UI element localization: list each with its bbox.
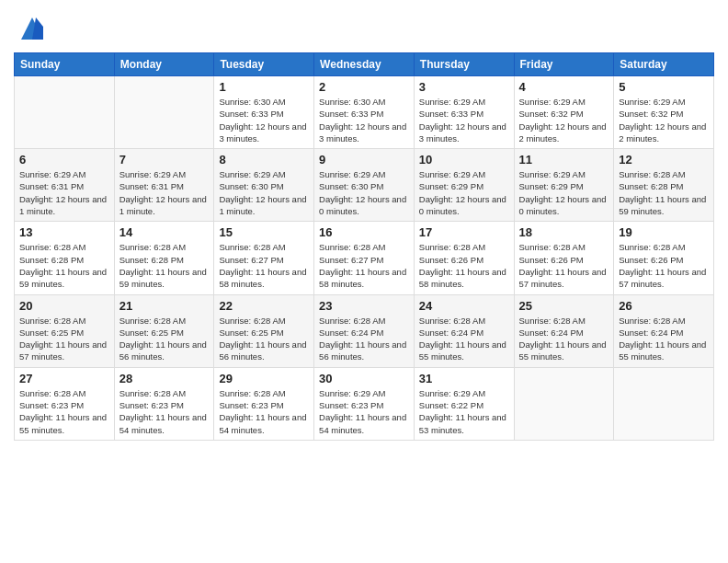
day-number: 29 bbox=[219, 372, 309, 385]
day-cell: 22Sunrise: 6:28 AMSunset: 6:25 PMDayligh… bbox=[214, 294, 314, 367]
day-info: Sunrise: 6:29 AMSunset: 6:32 PMDaylight:… bbox=[619, 96, 709, 144]
day-info: Sunrise: 6:28 AMSunset: 6:25 PMDaylight:… bbox=[119, 315, 210, 363]
day-number: 9 bbox=[319, 153, 409, 167]
day-cell: 3Sunrise: 6:29 AMSunset: 6:33 PMDaylight… bbox=[414, 76, 514, 149]
day-number: 1 bbox=[219, 80, 309, 94]
day-number: 31 bbox=[419, 372, 509, 385]
day-cell: 26Sunrise: 6:28 AMSunset: 6:24 PMDayligh… bbox=[614, 294, 714, 367]
day-number: 28 bbox=[119, 372, 210, 385]
day-number: 15 bbox=[219, 225, 309, 239]
day-number: 10 bbox=[419, 153, 509, 167]
day-cell: 24Sunrise: 6:28 AMSunset: 6:24 PMDayligh… bbox=[414, 294, 514, 367]
day-info: Sunrise: 6:29 AMSunset: 6:29 PMDaylight:… bbox=[519, 168, 609, 217]
day-number: 26 bbox=[619, 299, 709, 313]
day-info: Sunrise: 6:29 AMSunset: 6:30 PMDaylight:… bbox=[319, 168, 409, 217]
week-row-4: 20Sunrise: 6:28 AMSunset: 6:25 PMDayligh… bbox=[15, 294, 714, 367]
day-info: Sunrise: 6:28 AMSunset: 6:26 PMDaylight:… bbox=[519, 241, 609, 290]
calendar-table: SundayMondayTuesdayWednesdayThursdayFrid… bbox=[14, 52, 714, 441]
day-info: Sunrise: 6:30 AMSunset: 6:33 PMDaylight:… bbox=[219, 96, 309, 144]
day-info: Sunrise: 6:28 AMSunset: 6:26 PMDaylight:… bbox=[619, 241, 709, 290]
day-number: 18 bbox=[519, 225, 609, 239]
day-cell: 10Sunrise: 6:29 AMSunset: 6:29 PMDayligh… bbox=[414, 149, 514, 222]
day-number: 17 bbox=[419, 225, 509, 239]
calendar-header-row: SundayMondayTuesdayWednesdayThursdayFrid… bbox=[15, 53, 714, 76]
day-info: Sunrise: 6:29 AMSunset: 6:22 PMDaylight:… bbox=[419, 387, 509, 436]
week-row-2: 6Sunrise: 6:29 AMSunset: 6:31 PMDaylight… bbox=[15, 149, 714, 222]
page: SundayMondayTuesdayWednesdayThursdayFrid… bbox=[0, 0, 728, 563]
day-info: Sunrise: 6:28 AMSunset: 6:23 PMDaylight:… bbox=[19, 387, 109, 436]
day-cell: 14Sunrise: 6:28 AMSunset: 6:28 PMDayligh… bbox=[114, 222, 214, 294]
day-number: 27 bbox=[19, 372, 109, 385]
day-number: 30 bbox=[319, 372, 409, 385]
header-wednesday: Wednesday bbox=[314, 53, 415, 76]
day-number: 24 bbox=[419, 299, 509, 313]
day-info: Sunrise: 6:28 AMSunset: 6:24 PMDaylight:… bbox=[319, 315, 409, 363]
logo bbox=[14, 14, 47, 43]
header-monday: Monday bbox=[114, 53, 214, 76]
day-number: 16 bbox=[319, 225, 409, 239]
day-info: Sunrise: 6:29 AMSunset: 6:31 PMDaylight:… bbox=[119, 168, 210, 217]
day-number: 23 bbox=[319, 299, 409, 313]
day-cell: 27Sunrise: 6:28 AMSunset: 6:23 PMDayligh… bbox=[15, 367, 115, 440]
day-info: Sunrise: 6:28 AMSunset: 6:28 PMDaylight:… bbox=[19, 241, 109, 290]
day-cell bbox=[15, 76, 115, 149]
day-number: 21 bbox=[119, 299, 210, 313]
day-cell bbox=[614, 367, 714, 440]
week-row-5: 27Sunrise: 6:28 AMSunset: 6:23 PMDayligh… bbox=[15, 367, 714, 440]
day-info: Sunrise: 6:28 AMSunset: 6:28 PMDaylight:… bbox=[119, 241, 210, 290]
day-cell bbox=[114, 76, 214, 149]
day-number: 5 bbox=[619, 80, 709, 94]
header-saturday: Saturday bbox=[614, 53, 714, 76]
day-cell: 15Sunrise: 6:28 AMSunset: 6:27 PMDayligh… bbox=[214, 222, 314, 294]
day-cell: 17Sunrise: 6:28 AMSunset: 6:26 PMDayligh… bbox=[414, 222, 514, 294]
week-row-3: 13Sunrise: 6:28 AMSunset: 6:28 PMDayligh… bbox=[15, 222, 714, 294]
day-cell: 25Sunrise: 6:28 AMSunset: 6:24 PMDayligh… bbox=[514, 294, 614, 367]
day-info: Sunrise: 6:28 AMSunset: 6:27 PMDaylight:… bbox=[319, 241, 409, 290]
day-cell: 8Sunrise: 6:29 AMSunset: 6:30 PMDaylight… bbox=[214, 149, 314, 222]
day-info: Sunrise: 6:29 AMSunset: 6:33 PMDaylight:… bbox=[419, 96, 509, 144]
day-number: 12 bbox=[619, 153, 709, 167]
day-cell: 23Sunrise: 6:28 AMSunset: 6:24 PMDayligh… bbox=[314, 294, 415, 367]
day-cell: 30Sunrise: 6:29 AMSunset: 6:23 PMDayligh… bbox=[314, 367, 415, 440]
day-info: Sunrise: 6:28 AMSunset: 6:24 PMDaylight:… bbox=[419, 315, 509, 363]
day-cell: 11Sunrise: 6:29 AMSunset: 6:29 PMDayligh… bbox=[514, 149, 614, 222]
day-number: 20 bbox=[19, 299, 109, 313]
logo-icon bbox=[17, 14, 47, 43]
day-number: 3 bbox=[419, 80, 509, 94]
day-cell: 7Sunrise: 6:29 AMSunset: 6:31 PMDaylight… bbox=[114, 149, 214, 222]
day-info: Sunrise: 6:29 AMSunset: 6:29 PMDaylight:… bbox=[419, 168, 509, 217]
day-number: 19 bbox=[619, 225, 709, 239]
day-cell: 20Sunrise: 6:28 AMSunset: 6:25 PMDayligh… bbox=[15, 294, 115, 367]
day-cell: 9Sunrise: 6:29 AMSunset: 6:30 PMDaylight… bbox=[314, 149, 415, 222]
header-sunday: Sunday bbox=[15, 53, 115, 76]
day-info: Sunrise: 6:28 AMSunset: 6:26 PMDaylight:… bbox=[419, 241, 509, 290]
day-cell: 6Sunrise: 6:29 AMSunset: 6:31 PMDaylight… bbox=[15, 149, 115, 222]
day-info: Sunrise: 6:29 AMSunset: 6:31 PMDaylight:… bbox=[19, 168, 109, 217]
day-info: Sunrise: 6:28 AMSunset: 6:24 PMDaylight:… bbox=[519, 315, 609, 363]
day-cell: 18Sunrise: 6:28 AMSunset: 6:26 PMDayligh… bbox=[514, 222, 614, 294]
day-number: 2 bbox=[319, 80, 409, 94]
day-number: 7 bbox=[119, 153, 210, 167]
week-row-1: 1Sunrise: 6:30 AMSunset: 6:33 PMDaylight… bbox=[15, 76, 714, 149]
day-info: Sunrise: 6:28 AMSunset: 6:25 PMDaylight:… bbox=[19, 315, 109, 363]
day-info: Sunrise: 6:28 AMSunset: 6:23 PMDaylight:… bbox=[219, 387, 309, 436]
day-info: Sunrise: 6:28 AMSunset: 6:23 PMDaylight:… bbox=[119, 387, 210, 436]
day-number: 4 bbox=[519, 80, 609, 94]
day-cell: 5Sunrise: 6:29 AMSunset: 6:32 PMDaylight… bbox=[614, 76, 714, 149]
header bbox=[14, 9, 714, 43]
day-cell: 2Sunrise: 6:30 AMSunset: 6:33 PMDaylight… bbox=[314, 76, 415, 149]
day-cell: 13Sunrise: 6:28 AMSunset: 6:28 PMDayligh… bbox=[15, 222, 115, 294]
day-cell: 21Sunrise: 6:28 AMSunset: 6:25 PMDayligh… bbox=[114, 294, 214, 367]
day-cell: 31Sunrise: 6:29 AMSunset: 6:22 PMDayligh… bbox=[414, 367, 514, 440]
day-cell: 4Sunrise: 6:29 AMSunset: 6:32 PMDaylight… bbox=[514, 76, 614, 149]
day-cell: 12Sunrise: 6:28 AMSunset: 6:28 PMDayligh… bbox=[614, 149, 714, 222]
day-info: Sunrise: 6:29 AMSunset: 6:23 PMDaylight:… bbox=[319, 387, 409, 436]
day-number: 22 bbox=[219, 299, 309, 313]
day-info: Sunrise: 6:29 AMSunset: 6:30 PMDaylight:… bbox=[219, 168, 309, 217]
day-cell: 19Sunrise: 6:28 AMSunset: 6:26 PMDayligh… bbox=[614, 222, 714, 294]
day-info: Sunrise: 6:28 AMSunset: 6:24 PMDaylight:… bbox=[619, 315, 709, 363]
day-cell: 16Sunrise: 6:28 AMSunset: 6:27 PMDayligh… bbox=[314, 222, 415, 294]
header-thursday: Thursday bbox=[414, 53, 514, 76]
day-cell: 29Sunrise: 6:28 AMSunset: 6:23 PMDayligh… bbox=[214, 367, 314, 440]
day-info: Sunrise: 6:29 AMSunset: 6:32 PMDaylight:… bbox=[519, 96, 609, 144]
